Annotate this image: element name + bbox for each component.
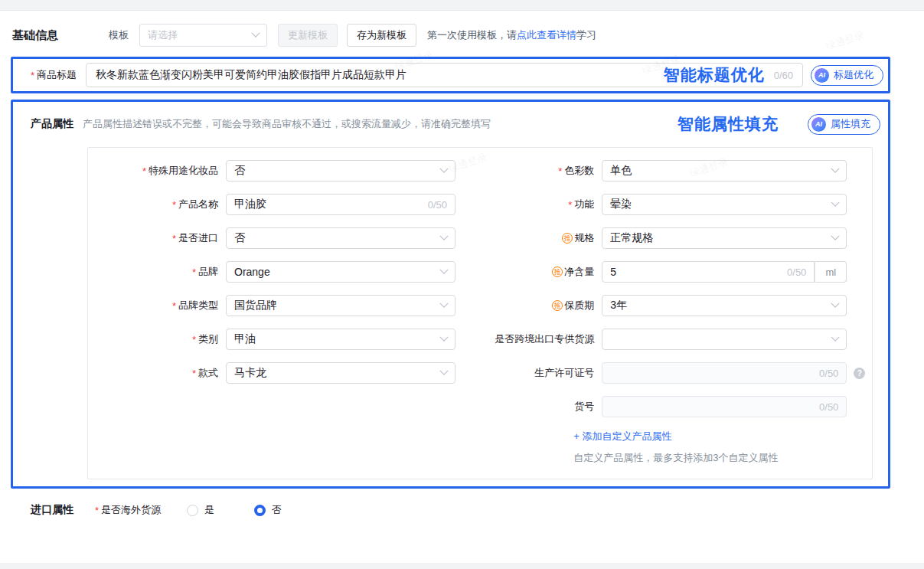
cross-border-export-supply-label: 是否跨境出口专供货源 [483,332,594,346]
chevron-down-icon [251,29,260,38]
overseas-source-label: 是否海外货源 [101,503,161,517]
chevron-down-icon [831,232,840,240]
import-title: 进口属性 [31,503,73,517]
template-select-placeholder: 请选择 [148,28,253,42]
required-asterisk: * [192,368,196,379]
required-asterisk: * [172,300,176,312]
overseas-source-field: * 是否海外货源 [95,503,161,517]
select-brand-type[interactable]: 国货品牌 [226,295,455,316]
help-icon[interactable]: ? [854,368,865,379]
production-license-no-label: 生产许可证号 [483,366,594,380]
recommend-badge-icon: 推 [552,300,563,311]
select-style[interactable]: 马卡龙 [226,362,455,384]
field-row-category: *类别甲油 [97,329,463,350]
select-cross-border-export-supply[interactable] [602,329,847,350]
ai-icon: AI [811,117,826,132]
save-new-template-button[interactable]: 存为新模板 [347,24,416,47]
attributes-form: *特殊用途化妆品否*产品名称甲油胶0/50*是否进口否*品牌Orange*品牌类… [87,147,873,479]
category-label: *类别 [97,332,218,346]
field-row-brand-type: *品牌类型国货品牌 [97,295,463,316]
product-title-section: * 商品标题 秋冬新款蓝色渐变闪粉美甲可爱简约甲油胶假指甲片成品短款甲片 智能标… [11,57,890,93]
select-color-count[interactable]: 单色 [602,160,847,181]
chevron-down-icon [439,367,448,375]
shelf-life-label: 推保质期 [483,299,594,312]
unit-addon: ml [815,261,847,283]
smart-title-overlay: 智能标题优化 [664,64,765,86]
add-custom-attribute-link[interactable]: + 添加自定义产品属性 [573,430,872,443]
chevron-down-icon [831,165,840,173]
ai-icon: AI [815,68,829,83]
ai-attributes-fill-label: 属性填充 [831,117,870,131]
radio-overseas-no[interactable]: 否 [254,503,282,517]
select-special-cosmetics[interactable]: 否 [226,160,455,181]
view-details-link[interactable]: 点此查看详情 [517,29,576,41]
product-title-value: 秋冬新款蓝色渐变闪粉美甲可爱简约甲油胶假指甲片成品短款甲片 [96,68,664,82]
chevron-down-icon [831,333,840,342]
special-cosmetics-label: *特殊用途化妆品 [97,164,218,178]
select-brand[interactable]: Orange [226,261,455,283]
field-row-cross-border-export-supply: 是否跨境出口专供货源 [483,329,872,350]
select-spec[interactable]: 正常规格 [602,227,847,249]
required-asterisk: * [558,165,562,177]
input-production-license-no[interactable]: 0/50 [602,362,847,384]
spec-label: 推规格 [483,231,594,245]
custom-attribute-hint: 自定义产品属性，最多支持添加3个自定义属性 [573,451,872,465]
recommend-badge-icon: 推 [552,267,563,277]
chevron-down-icon [831,198,840,207]
function-label: *功能 [483,198,594,211]
chevron-down-icon [439,232,448,240]
item-no-label: 货号 [483,400,594,414]
ai-attributes-fill-button[interactable]: AI 属性填充 [808,114,880,135]
ai-title-optimize-button[interactable]: AI 标题优化 [811,65,883,86]
radio-icon [187,505,198,516]
radio-yes-label: 是 [204,503,214,517]
net-content-label: 推净含量 [483,265,594,279]
field-row-color-count: *色彩数单色 [483,160,872,181]
input-product-name[interactable]: 甲油胶0/50 [226,194,455,215]
template-bar: 基础信息 模板 请选择 更新模板 存为新模板 第一次使用模板，请点此查看详情学习 [12,23,912,47]
radio-overseas-yes[interactable]: 是 [187,503,214,517]
tip-suffix: 学习 [576,29,596,41]
product-title-input[interactable]: 秋冬新款蓝色渐变闪粉美甲可爱简约甲油胶假指甲片成品短款甲片 智能标题优化 0/6… [86,63,803,87]
tip-prefix: 第一次使用模板，请 [427,29,517,41]
select-function[interactable]: 晕染 [602,194,847,215]
brand-label: *品牌 [97,265,218,279]
product-attributes-section: 产品属性 产品属性描述错误或不完整，可能会导致商品审核不通过，或搜索流量减少，请… [11,100,890,489]
required-asterisk: * [192,334,196,345]
page-title: 基础信息 [12,28,58,43]
chevron-down-icon [831,299,840,308]
radio-icon [254,505,266,516]
required-asterisk: * [568,199,572,211]
input-net-content[interactable]: 50/50 [602,261,815,283]
attributes-header: 产品属性 产品属性描述错误或不完整，可能会导致商品审核不通过，或搜索流量减少，请… [31,112,883,136]
chevron-down-icon [439,266,448,274]
select-category[interactable]: 甲油 [226,329,455,350]
field-row-function: *功能晕染 [483,194,872,215]
radio-no-label: 否 [272,503,282,517]
field-row-product-name: *产品名称甲油胶0/50 [97,194,463,215]
field-row-brand: *品牌Orange [97,261,463,283]
template-tip: 第一次使用模板，请点此查看详情学习 [427,28,596,42]
recommend-badge-icon: 推 [562,233,573,244]
field-row-special-cosmetics: *特殊用途化妆品否 [97,160,463,181]
field-row-production-license-no: 生产许可证号0/50? [483,362,872,384]
required-asterisk: * [142,165,146,177]
template-label: 模板 [109,28,129,42]
ai-title-optimize-label: 标题优化 [834,68,873,82]
required-asterisk: * [172,199,176,211]
field-row-style: *款式马卡龙 [97,362,463,384]
required-asterisk: * [31,70,34,81]
color-count-label: *色彩数 [483,164,594,178]
select-is-imported[interactable]: 否 [226,227,455,249]
field-row-shelf-life: 推保质期3年 [483,295,872,316]
required-asterisk: * [95,505,99,516]
brand-type-label: *品牌类型 [97,299,218,312]
smart-attributes-overlay: 智能属性填充 [677,113,779,135]
update-template-button[interactable]: 更新模板 [278,24,338,47]
basic-info-card: 绿通登录 绿通登录 绿通登录 绿通登录 绿通登录 基础信息 模板 请选择 更新模… [0,10,924,563]
input-item-no[interactable]: 0/50 [602,396,847,417]
template-select[interactable]: 请选择 [139,24,267,47]
chevron-down-icon [439,333,448,342]
import-attributes-section: 进口属性 * 是否海外货源 是 否 [31,499,924,521]
select-shelf-life[interactable]: 3年 [602,295,847,316]
